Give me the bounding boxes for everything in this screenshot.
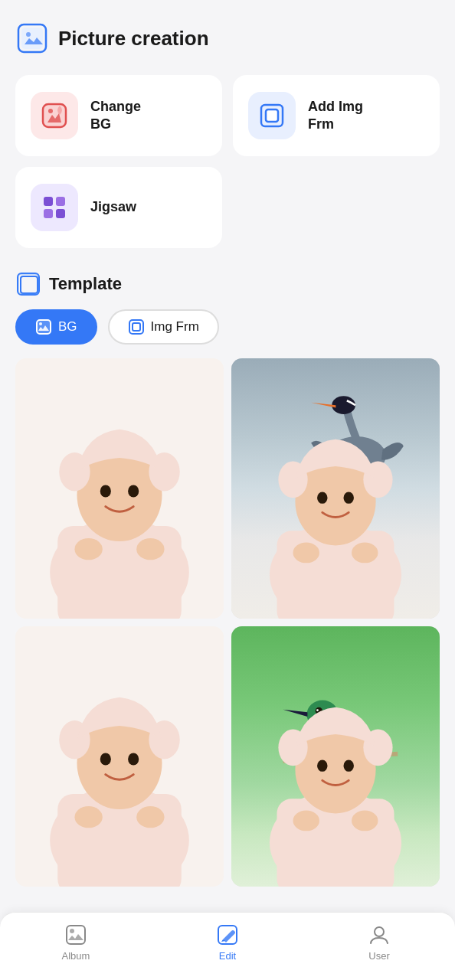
jigsaw-icon: [40, 193, 69, 222]
svg-rect-17: [37, 320, 51, 334]
album-label: Album: [62, 950, 90, 962]
bottom-nav: Album Edit User: [0, 912, 455, 980]
svg-point-41: [293, 543, 319, 564]
svg-rect-4: [43, 104, 66, 127]
filter-row: BG Img Frm: [15, 309, 440, 345]
person-silhouette-3: [15, 639, 224, 887]
svg-point-50: [74, 806, 102, 828]
svg-point-71: [375, 927, 384, 936]
svg-point-29: [136, 538, 164, 560]
change-bg-label: Change BG: [90, 98, 141, 134]
svg-point-48: [100, 753, 111, 765]
person-silhouette-4: [231, 652, 440, 887]
nav-album[interactable]: Album: [0, 923, 152, 962]
add-img-frm-icon-bg: [248, 92, 296, 139]
picture-creation-icon: [15, 21, 49, 55]
person-silhouette-2: [231, 384, 440, 619]
change-bg-icon-bg: [31, 92, 78, 139]
svg-point-39: [317, 492, 327, 504]
svg-point-6: [48, 109, 53, 113]
jigsaw-card[interactable]: Jigsaw: [15, 167, 222, 248]
svg-point-67: [352, 811, 378, 831]
photo-cell-1[interactable]: [15, 358, 224, 619]
photo-grid: [15, 358, 440, 887]
template-header: Template: [15, 271, 440, 297]
svg-rect-14: [21, 276, 38, 293]
svg-point-27: [128, 485, 139, 497]
person-silhouette-1: [15, 371, 224, 619]
svg-rect-2: [21, 28, 43, 49]
template-title: Template: [49, 274, 122, 294]
cards-row-1: Change BG Add Img Frm: [15, 75, 440, 156]
jigsaw-icon-bg: [31, 184, 78, 231]
svg-point-51: [136, 806, 164, 828]
jigsaw-label: Jigsaw: [90, 198, 136, 216]
filter-bg-icon: [35, 318, 52, 335]
filter-bg-button[interactable]: BG: [15, 309, 97, 345]
svg-rect-9: [44, 197, 53, 206]
cards-row-2: Jigsaw: [15, 167, 440, 248]
filter-img-frm-label: Img Frm: [151, 319, 199, 335]
edit-icon: [216, 923, 239, 946]
svg-rect-10: [56, 197, 65, 206]
user-label: User: [368, 950, 389, 962]
photo-cell-4[interactable]: [231, 626, 440, 887]
nav-edit[interactable]: Edit: [152, 923, 303, 962]
page-title: Picture creation: [58, 27, 209, 51]
header: Picture creation: [0, 0, 455, 67]
edit-label: Edit: [219, 950, 236, 962]
svg-point-26: [100, 485, 111, 497]
template-section: Template BG Img Frm: [0, 263, 455, 897]
svg-point-18: [39, 322, 42, 325]
change-bg-icon: [40, 101, 69, 130]
svg-rect-12: [56, 209, 65, 218]
svg-point-49: [128, 753, 139, 765]
photo-cell-2[interactable]: [231, 358, 440, 619]
add-img-frm-label: Add Img Frm: [308, 98, 363, 134]
svg-rect-8: [266, 109, 278, 122]
cards-section: Change BG Add Img Frm: [0, 67, 455, 263]
svg-point-3: [26, 32, 31, 37]
change-bg-card[interactable]: Change BG: [15, 75, 222, 156]
template-icon: [15, 271, 41, 297]
photo-cell-3[interactable]: [15, 626, 224, 887]
album-icon: [64, 923, 87, 946]
filter-img-frm-button[interactable]: Img Frm: [108, 309, 219, 345]
add-img-frm-card[interactable]: Add Img Frm: [233, 75, 440, 156]
add-img-frm-icon: [257, 101, 286, 130]
svg-point-69: [70, 929, 74, 933]
cards-grid: Change BG Add Img Frm: [15, 75, 440, 248]
svg-point-42: [352, 543, 378, 564]
user-icon: [368, 923, 391, 946]
svg-rect-20: [133, 323, 140, 331]
svg-rect-68: [67, 926, 85, 944]
svg-point-65: [344, 760, 354, 772]
svg-point-40: [344, 492, 354, 504]
svg-point-66: [293, 811, 319, 831]
svg-point-64: [317, 760, 327, 772]
nav-user[interactable]: User: [303, 923, 455, 962]
filter-img-frm-icon: [128, 318, 145, 335]
filter-bg-label: BG: [58, 319, 77, 335]
svg-point-28: [74, 538, 102, 560]
svg-rect-11: [44, 209, 53, 218]
